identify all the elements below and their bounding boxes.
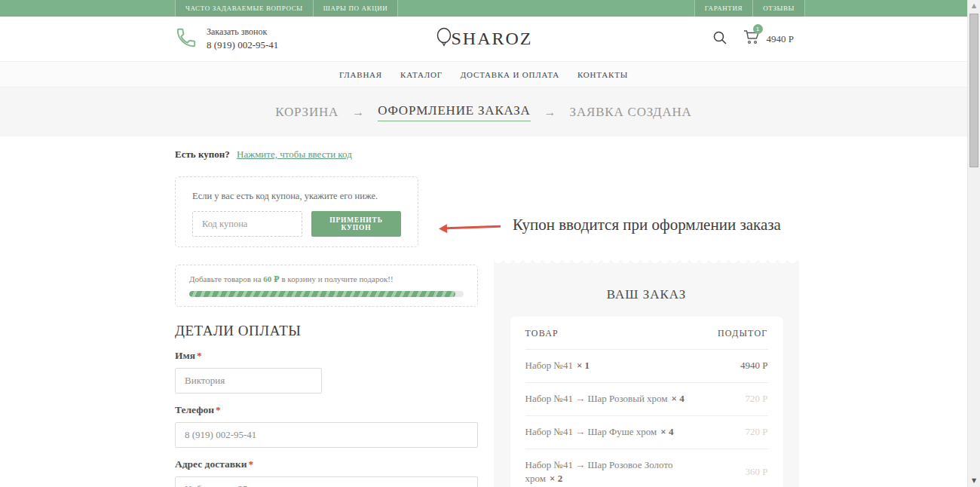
required-mark: * — [197, 350, 202, 361]
checkout-steps: КОРЗИНА → ОФОРМЛЕНИЕ ЗАКАЗА → ЗАЯВКА СОЗ… — [0, 87, 967, 136]
step-cart[interactable]: КОРЗИНА — [275, 105, 338, 120]
item-price: 720 Р — [746, 393, 768, 405]
phone-icon — [175, 26, 198, 52]
logo[interactable]: SHAROZ — [434, 26, 532, 52]
coupon-toggle-link[interactable]: Нажмите, чтобы ввести код — [237, 149, 352, 160]
name-field[interactable] — [175, 368, 322, 394]
item-name: Набор №41 → Шар Розовый хром× 4 — [525, 392, 684, 406]
callback-label[interactable]: Заказать звонок — [207, 26, 278, 38]
callback-texts: Заказать звонок 8 (919) 002-95-41 — [207, 26, 278, 51]
phone-field-label: Телефон* — [175, 404, 478, 416]
header-actions: 1 4940 Р — [712, 29, 794, 48]
page: ЧАСТО ЗАДАВАЕМЫЕ ВОПРОСЫ ШАРЫ ПО АКЦИИ Г… — [0, 0, 967, 487]
name-field-label: Имя* — [175, 350, 478, 362]
gift-progress-box: Добавьте товаров на 60 ₽ в корзину и пол… — [175, 265, 478, 307]
name-label-text: Имя — [175, 350, 195, 361]
topbar-left: ЧАСТО ЗАДАВАЕМЫЕ ВОПРОСЫ ШАРЫ ПО АКЦИИ — [175, 0, 398, 17]
order-card: ТОВАР ПОДЫТОГ Набор №41× 1 4940 Р Набор … — [510, 317, 783, 487]
nav-item-catalog[interactable]: КАТАЛОГ — [400, 70, 443, 79]
header-phone-number: 8 (919) 002-95-41 — [207, 39, 278, 51]
search-icon[interactable] — [712, 30, 727, 48]
step-checkout[interactable]: ОФОРМЛЕНИЕ ЗАКАЗА — [378, 103, 530, 121]
logo-text: SHAROZ — [451, 29, 532, 49]
main-content: Есть купон? Нажмите, чтобы ввести код Ес… — [0, 136, 967, 487]
item-name: Набор №41× 1 — [525, 359, 590, 373]
gift-amount: 60 ₽ — [263, 274, 279, 283]
gift-progress-track — [189, 291, 464, 297]
main-nav: ГЛАВНАЯ КАТАЛОГ ДОСТАВКА И ОПЛАТА КОНТАК… — [0, 62, 967, 87]
apply-coupon-button[interactable]: ПРИМЕНИТЬ КУПОН — [311, 211, 401, 237]
address-field[interactable] — [175, 476, 478, 487]
annotation-text: Купон вводится при оформлении заказа — [513, 216, 781, 234]
order-row: Набор №41 → Шар Фуше хром× 4 720 Р — [525, 416, 768, 449]
balloon-icon — [434, 26, 452, 52]
step-arrow-icon: → — [544, 106, 556, 119]
item-name-text: Набор №41 → Шар Фуше хром — [525, 426, 657, 437]
order-panel-body: ВАШ ЗАКАЗ ТОВАР ПОДЫТОГ Набор №41× 1 494… — [494, 266, 799, 487]
gift-text: Добавьте товаров на 60 ₽ в корзину и пол… — [189, 274, 464, 284]
cart-button[interactable]: 1 4940 Р — [743, 29, 794, 48]
address-label-text: Адрес доставки — [175, 458, 247, 470]
required-mark: * — [249, 458, 254, 470]
left-column: Есть купон? Нажмите, чтобы ввести код Ес… — [175, 136, 478, 487]
order-title: ВАШ ЗАКАЗ — [494, 266, 799, 302]
item-name-text: Набор №41 → Шар Розовое Золото хром — [525, 459, 673, 485]
item-price: 4940 Р — [740, 360, 767, 372]
nav-item-home[interactable]: ГЛАВНАЯ — [339, 70, 382, 79]
cart-total: 4940 Р — [767, 33, 794, 45]
coupon-hint: Если у вас есть код купона, укажите его … — [192, 191, 401, 202]
topbar-right: ГАРАНТИЯ ОТЗЫВЫ — [694, 0, 805, 17]
coupon-box: Если у вас есть код купона, укажите его … — [175, 176, 418, 247]
coupon-question-row: Есть купон? Нажмите, чтобы ввести код — [175, 149, 478, 161]
item-name-text: Набор №41 — [525, 360, 573, 371]
cart-count-badge: 1 — [753, 24, 763, 34]
item-price: 720 Р — [746, 426, 768, 438]
billing-title: ДЕТАЛИ ОПЛАТЫ — [175, 323, 478, 339]
scroll-down-arrow-icon[interactable]: ▼ — [968, 477, 980, 484]
order-row: Набор №41 → Шар Розовое Золото хром× 2 3… — [525, 449, 768, 487]
scrollbar-thumb[interactable] — [969, 14, 978, 167]
order-row: Набор №41 → Шар Розовый хром× 4 720 Р — [525, 383, 768, 416]
order-summary-panel: ВАШ ЗАКАЗ ТОВАР ПОДЫТОГ Набор №41× 1 494… — [494, 260, 799, 487]
item-name-text: Набор №41 → Шар Розовый хром — [525, 393, 668, 404]
coupon-row: ПРИМЕНИТЬ КУПОН — [192, 211, 401, 237]
topbar-link-sale[interactable]: ШАРЫ ПО АКЦИИ — [313, 0, 399, 17]
nav-item-contacts[interactable]: КОНТАКТЫ — [577, 70, 628, 79]
gift-text-after: в корзину и получите подарок!! — [280, 274, 394, 283]
phone-label-text: Телефон — [175, 404, 214, 415]
item-price: 360 Р — [746, 466, 768, 478]
item-qty: × 4 — [672, 393, 684, 404]
item-qty: × 4 — [660, 426, 673, 437]
step-arrow-icon: → — [352, 106, 364, 119]
nav-item-delivery[interactable]: ДОСТАВКА И ОПЛАТА — [461, 70, 559, 79]
step-created: ЗАЯВКА СОЗДАНА — [570, 105, 692, 120]
item-qty: × 1 — [577, 360, 590, 371]
topbar: ЧАСТО ЗАДАВАЕМЫЕ ВОПРОСЫ ШАРЫ ПО АКЦИИ Г… — [0, 0, 967, 17]
item-name: Набор №41 → Шар Фуше хром× 4 — [525, 425, 674, 440]
topbar-link-faq[interactable]: ЧАСТО ЗАДАВАЕМЫЕ ВОПРОСЫ — [175, 0, 313, 17]
coupon-question-label: Есть купон? — [175, 149, 230, 160]
gift-progress-fill — [189, 291, 455, 297]
address-field-label: Адрес доставки* — [175, 458, 478, 470]
header: Заказать звонок 8 (919) 002-95-41 SHAROZ — [0, 17, 967, 62]
scroll-up-arrow-icon[interactable]: ▲ — [968, 2, 980, 9]
required-mark: * — [216, 404, 221, 415]
coupon-code-input[interactable] — [192, 211, 302, 237]
topbar-link-reviews[interactable]: ОТЗЫВЫ — [752, 0, 805, 17]
order-row: Набор №41× 1 4940 Р — [525, 350, 768, 383]
topbar-link-warranty[interactable]: ГАРАНТИЯ — [694, 0, 752, 17]
gift-text-before: Добавьте товаров на — [189, 274, 263, 283]
callback-block[interactable]: Заказать звонок 8 (919) 002-95-41 — [175, 26, 278, 52]
receipt-edge — [494, 260, 799, 266]
item-qty: × 2 — [550, 473, 562, 484]
item-name: Набор №41 → Шар Розовое Золото хром× 2 — [525, 458, 699, 487]
scrollbar[interactable]: ▲ ▼ — [967, 0, 980, 487]
col-subtotal: ПОДЫТОГ — [718, 328, 768, 339]
order-table-header: ТОВАР ПОДЫТОГ — [525, 317, 768, 350]
phone-field[interactable] — [175, 422, 478, 448]
col-product: ТОВАР — [525, 328, 559, 339]
